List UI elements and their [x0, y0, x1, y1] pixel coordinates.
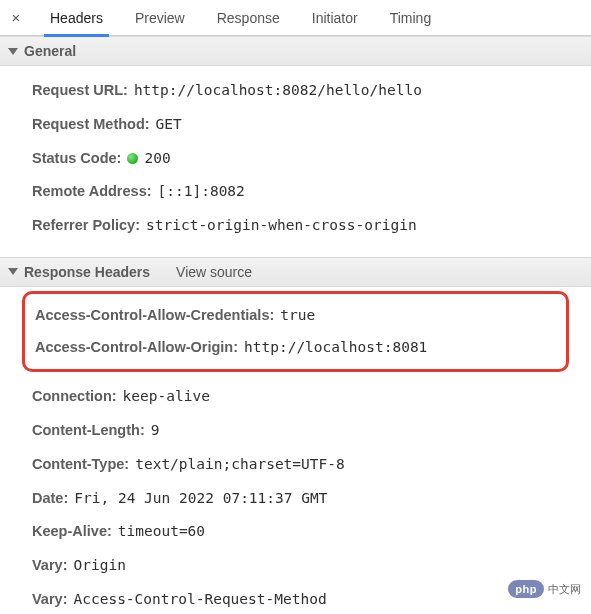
value-status-code-text: 200: [144, 150, 170, 166]
watermark-suffix: 中文网: [548, 582, 581, 597]
label-acao: Access-Control-Allow-Origin:: [35, 337, 238, 359]
label-keep-alive: Keep-Alive:: [32, 521, 112, 543]
section-title-general: General: [24, 43, 76, 59]
close-icon[interactable]: ×: [6, 8, 26, 28]
value-request-method: GET: [156, 114, 182, 136]
section-title-response-headers: Response Headers: [24, 264, 150, 280]
row-date: Date: Fri, 24 Jun 2022 07:11:37 GMT: [32, 482, 591, 516]
label-vary-1: Vary:: [32, 555, 67, 577]
label-remote-address: Remote Address:: [32, 181, 152, 203]
value-keep-alive: timeout=60: [118, 521, 205, 543]
value-acac: true: [280, 305, 315, 327]
row-acac: Access-Control-Allow-Credentials: true: [35, 300, 556, 332]
label-request-method: Request Method:: [32, 114, 150, 136]
value-request-url: http://localhost:8082/hello/hello: [134, 80, 422, 102]
general-block: Request URL: http://localhost:8082/hello…: [0, 66, 591, 257]
watermark: php 中文网: [508, 580, 581, 598]
row-status-code: Status Code: 200: [32, 142, 591, 176]
row-acao: Access-Control-Allow-Origin: http://loca…: [35, 332, 556, 364]
label-acac: Access-Control-Allow-Credentials:: [35, 305, 274, 327]
label-connection: Connection:: [32, 386, 117, 408]
tab-bar: × Headers Preview Response Initiator Tim…: [0, 0, 591, 36]
value-status-code: 200: [127, 148, 170, 170]
tab-response[interactable]: Response: [203, 0, 294, 36]
value-vary-2: Access-Control-Request-Method: [73, 589, 326, 611]
status-dot-green-icon: [127, 153, 138, 164]
view-source-link[interactable]: View source: [176, 264, 252, 280]
row-request-url: Request URL: http://localhost:8082/hello…: [32, 74, 591, 108]
tab-timing[interactable]: Timing: [376, 0, 446, 36]
value-connection: keep-alive: [123, 386, 210, 408]
value-referrer-policy: strict-origin-when-cross-origin: [146, 215, 417, 237]
response-headers-block: Access-Control-Allow-Credentials: true A…: [0, 291, 591, 614]
value-remote-address: [::1]:8082: [158, 181, 245, 203]
row-keep-alive: Keep-Alive: timeout=60: [32, 515, 591, 549]
label-status-code: Status Code:: [32, 148, 121, 170]
tab-preview[interactable]: Preview: [121, 0, 199, 36]
row-vary-1: Vary: Origin: [32, 549, 591, 583]
section-header-response-headers[interactable]: Response Headers View source: [0, 257, 591, 287]
label-vary-2: Vary:: [32, 589, 67, 611]
highlight-box: Access-Control-Allow-Credentials: true A…: [22, 291, 569, 373]
value-acao: http://localhost:8081: [244, 337, 427, 359]
response-headers-rest: Connection: keep-alive Content-Length: 9…: [0, 378, 591, 614]
php-badge-icon: php: [508, 580, 544, 598]
value-content-length: 9: [151, 420, 160, 442]
label-content-length: Content-Length:: [32, 420, 145, 442]
tab-headers[interactable]: Headers: [36, 0, 117, 36]
label-referrer-policy: Referrer Policy:: [32, 215, 140, 237]
chevron-down-icon: [8, 48, 18, 55]
section-header-general[interactable]: General: [0, 36, 591, 66]
tab-initiator[interactable]: Initiator: [298, 0, 372, 36]
value-content-type: text/plain;charset=UTF-8: [135, 454, 345, 476]
value-date: Fri, 24 Jun 2022 07:11:37 GMT: [74, 488, 327, 510]
row-connection: Connection: keep-alive: [32, 380, 591, 414]
label-date: Date:: [32, 488, 68, 510]
value-vary-1: Origin: [73, 555, 125, 577]
label-content-type: Content-Type:: [32, 454, 129, 476]
chevron-down-icon: [8, 268, 18, 275]
label-request-url: Request URL:: [32, 80, 128, 102]
row-content-type: Content-Type: text/plain;charset=UTF-8: [32, 448, 591, 482]
row-request-method: Request Method: GET: [32, 108, 591, 142]
row-referrer-policy: Referrer Policy: strict-origin-when-cros…: [32, 209, 591, 243]
row-content-length: Content-Length: 9: [32, 414, 591, 448]
row-vary-2: Vary: Access-Control-Request-Method: [32, 583, 591, 614]
row-remote-address: Remote Address: [::1]:8082: [32, 175, 591, 209]
